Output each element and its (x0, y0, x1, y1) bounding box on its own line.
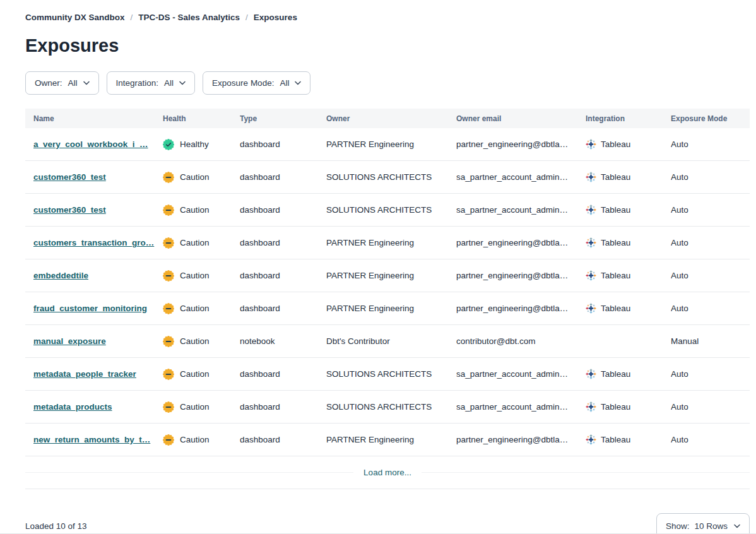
table-footer: Loaded 10 of 13 Show: 10 Rows (25, 513, 750, 534)
breadcrumb-separator: / (245, 13, 248, 22)
exposure-mode-cell: Auto (671, 369, 750, 379)
health-status-icon (163, 369, 174, 380)
health-label: Healthy (180, 139, 209, 149)
integration-filter-button[interactable]: Integration: All (107, 71, 196, 95)
integration-cell: Tableau (586, 369, 671, 379)
exposure-mode-cell: Auto (671, 205, 750, 215)
exposure-name-link[interactable]: manual_exposure (33, 336, 106, 346)
exposure-name-link[interactable]: customers_transaction_gro… (33, 238, 154, 247)
owner-email-cell: partner_engineering@dbtla… (456, 435, 586, 444)
column-header-integration: Integration (586, 114, 671, 123)
type-cell: dashboard (240, 205, 326, 215)
filter-value: All (164, 78, 174, 88)
integration-cell: Tableau (586, 434, 671, 445)
tableau-icon (586, 401, 596, 412)
column-header-health: Health (163, 114, 240, 123)
integration-label: Tableau (601, 402, 630, 412)
exposure-name-link[interactable]: metadata_people_tracker (33, 369, 136, 379)
owner-filter-button[interactable]: Owner: All (25, 71, 99, 95)
filter-label: Exposure Mode: (212, 78, 274, 88)
exposure-mode-filter-button[interactable]: Exposure Mode: All (203, 71, 310, 95)
health-label: Caution (180, 369, 210, 379)
exposure-mode-cell: Auto (671, 172, 750, 182)
chevron-down-icon (295, 81, 301, 85)
type-cell: dashboard (240, 238, 326, 247)
exposure-mode-cell: Auto (671, 238, 750, 247)
exposure-name-link[interactable]: customer360_test (33, 205, 106, 215)
table-body: a_very_cool_workbook_i_… Healthy d (25, 128, 750, 456)
integration-cell: Tableau (586, 172, 671, 182)
chevron-down-icon (83, 81, 90, 85)
integration-label: Tableau (601, 369, 630, 379)
health-label: Caution (180, 304, 210, 313)
health-status-icon (163, 303, 174, 314)
health-status-icon (163, 270, 174, 282)
filter-value: All (280, 78, 289, 88)
owner-cell: Dbt's Contributor (326, 336, 456, 346)
show-value: 10 Rows (694, 521, 728, 531)
integration-cell: Tableau (586, 270, 671, 281)
health-status-icon (163, 172, 174, 183)
health-label: Caution (180, 271, 210, 280)
owner-email-cell: partner_engineering@dbtla… (456, 238, 586, 247)
exposure-name-link[interactable]: metadata_products (33, 402, 112, 412)
integration-cell: Tableau (586, 401, 671, 412)
exposure-mode-cell: Auto (671, 435, 750, 444)
type-cell: dashboard (240, 271, 326, 280)
column-header-owner-email: Owner email (456, 114, 586, 123)
tableau-icon (586, 172, 596, 182)
exposure-mode-cell: Auto (671, 271, 750, 280)
type-cell: dashboard (240, 402, 326, 412)
exposure-name-link[interactable]: new_return_amounts_by_t… (33, 435, 150, 444)
tableau-icon (586, 434, 596, 445)
column-header-exposure-mode: Exposure Mode (671, 114, 750, 123)
load-more-link[interactable]: Load more... (353, 468, 422, 477)
owner-cell: PARTNER Engineering (326, 139, 456, 149)
tableau-icon (586, 270, 596, 281)
owner-cell: SOLUTIONS ARCHITECTS (326, 205, 456, 215)
exposure-mode-cell: Auto (671, 139, 750, 149)
type-cell: dashboard (240, 172, 326, 182)
exposure-mode-cell: Auto (671, 304, 750, 313)
type-cell: notebook (240, 336, 326, 346)
owner-email-cell: partner_engineering@dbtla… (456, 139, 586, 149)
breadcrumb-project-link[interactable]: TPC-DS - Sales Analytics (138, 13, 240, 22)
table-row: metadata_products Caution dashboar (25, 391, 750, 424)
loaded-count-text: Loaded 10 of 13 (25, 521, 87, 531)
health-label: Caution (180, 205, 210, 215)
tableau-icon (586, 139, 596, 150)
integration-cell: Tableau (586, 139, 671, 150)
chevron-down-icon (179, 81, 186, 85)
owner-cell: SOLUTIONS ARCHITECTS (326, 369, 456, 379)
integration-label: Tableau (601, 172, 630, 182)
exposure-name-link[interactable]: customer360_test (33, 172, 106, 182)
integration-label: Tableau (601, 139, 630, 149)
exposure-mode-cell: Auto (671, 402, 750, 412)
type-cell: dashboard (240, 304, 326, 313)
show-label: Show: (666, 521, 690, 531)
column-header-owner: Owner (326, 114, 456, 123)
exposure-name-link[interactable]: embeddedtile (33, 271, 88, 280)
type-cell: dashboard (240, 435, 326, 444)
owner-email-cell: sa_partner_account_admin… (456, 369, 586, 379)
health-status-icon (163, 434, 174, 446)
table-row: customers_transaction_gro… Caution (25, 227, 750, 259)
exposures-table: Name Health Type Owner Owner email Integ… (25, 109, 750, 489)
health-status-icon (163, 237, 174, 249)
owner-email-cell: contributor@dbt.com (456, 336, 586, 346)
divider (25, 472, 353, 473)
exposure-name-link[interactable]: fraud_customer_monitoring (33, 304, 147, 313)
breadcrumb: Community DX Sandbox / TPC-DS - Sales An… (25, 13, 750, 22)
tableau-icon (586, 369, 596, 379)
tableau-icon (586, 205, 596, 215)
owner-cell: PARTNER Engineering (326, 435, 456, 444)
table-row: manual_exposure Caution notebook (25, 325, 750, 358)
health-status-icon (163, 139, 174, 150)
owner-email-cell: sa_partner_account_admin… (456, 402, 586, 412)
load-more-row: Load more... (25, 456, 750, 489)
exposure-name-link[interactable]: a_very_cool_workbook_i_… (33, 139, 148, 149)
table-row: metadata_people_tracker Caution da (25, 358, 750, 391)
breadcrumb-account-link[interactable]: Community DX Sandbox (25, 13, 125, 22)
column-header-name: Name (33, 114, 163, 123)
show-rows-button[interactable]: Show: 10 Rows (656, 513, 750, 534)
